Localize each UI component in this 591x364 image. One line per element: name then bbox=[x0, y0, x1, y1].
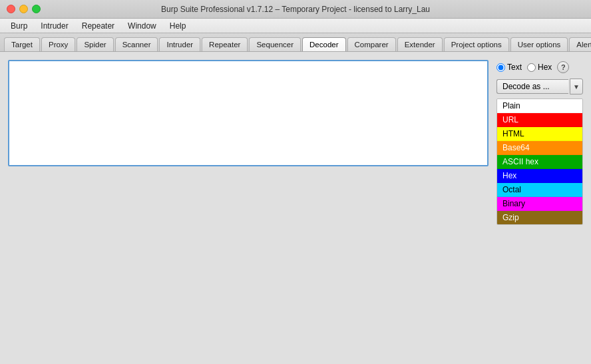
tab-target[interactable]: Target bbox=[4, 37, 40, 51]
maximize-button[interactable] bbox=[32, 5, 41, 13]
decode-option-ascii-hex[interactable]: ASCII hex bbox=[497, 155, 582, 169]
hex-radio-text: Hex bbox=[538, 63, 552, 72]
minimize-button[interactable] bbox=[19, 5, 28, 13]
tab-bar: Target Proxy Spider Scanner Intruder Rep… bbox=[0, 33, 591, 52]
tab-user-options[interactable]: User options bbox=[510, 37, 568, 51]
decode-dropdown: Decode as ... ▼ bbox=[496, 79, 583, 94]
menu-repeater[interactable]: Repeater bbox=[77, 20, 120, 32]
decode-option-gzip[interactable]: Gzip bbox=[497, 211, 582, 224]
decode-option-hex[interactable]: Hex bbox=[497, 169, 582, 183]
tab-alerts[interactable]: Alerts bbox=[569, 37, 591, 51]
decode-option-plain[interactable]: Plain bbox=[497, 99, 582, 113]
tab-repeater[interactable]: Repeater bbox=[202, 37, 248, 51]
close-button[interactable] bbox=[7, 5, 15, 13]
decode-option-html[interactable]: HTML bbox=[497, 127, 582, 141]
decoder-textarea[interactable] bbox=[9, 61, 487, 165]
tab-extender[interactable]: Extender bbox=[397, 37, 443, 51]
menu-window[interactable]: Window bbox=[122, 20, 162, 32]
text-radio-text: Text bbox=[507, 63, 522, 72]
format-radio-group: Text Hex ? bbox=[496, 60, 583, 75]
tab-comparer[interactable]: Comparer bbox=[347, 37, 396, 51]
menu-help[interactable]: Help bbox=[164, 20, 192, 32]
tab-sequencer[interactable]: Sequencer bbox=[249, 37, 301, 51]
tab-intruder[interactable]: Intruder bbox=[159, 37, 200, 51]
decoder-input-panel bbox=[8, 60, 489, 166]
window-title: Burp Suite Professional v1.7.12 – Tempor… bbox=[161, 5, 430, 14]
menu-bar: Burp Intruder Repeater Window Help bbox=[0, 19, 591, 33]
decode-option-octal[interactable]: Octal bbox=[497, 183, 582, 197]
text-radio-label[interactable]: Text bbox=[496, 63, 522, 72]
main-content: Text Hex ? Decode as ... ▼ Plain URL HTM… bbox=[0, 52, 591, 364]
window-controls[interactable] bbox=[7, 5, 41, 13]
decode-options-list: Plain URL HTML Base64 ASCII hex Hex Octa… bbox=[496, 98, 583, 225]
title-bar: Burp Suite Professional v1.7.12 – Tempor… bbox=[0, 0, 591, 19]
decode-option-binary[interactable]: Binary bbox=[497, 197, 582, 211]
decoder-controls: Text Hex ? Decode as ... ▼ Plain URL HTM… bbox=[496, 60, 583, 356]
decode-option-url[interactable]: URL bbox=[497, 113, 582, 127]
help-button[interactable]: ? bbox=[557, 61, 569, 73]
tab-project-options[interactable]: Project options bbox=[444, 37, 509, 51]
tab-proxy[interactable]: Proxy bbox=[41, 37, 75, 51]
text-radio[interactable] bbox=[496, 63, 505, 72]
decode-arrow-icon[interactable]: ▼ bbox=[570, 79, 583, 94]
decode-button[interactable]: Decode as ... bbox=[496, 79, 568, 94]
tab-decoder[interactable]: Decoder bbox=[302, 37, 345, 51]
menu-intruder[interactable]: Intruder bbox=[35, 20, 73, 32]
hex-radio[interactable] bbox=[527, 63, 536, 72]
tab-scanner[interactable]: Scanner bbox=[115, 37, 158, 51]
decode-option-base64[interactable]: Base64 bbox=[497, 141, 582, 155]
tab-spider[interactable]: Spider bbox=[77, 37, 113, 51]
menu-burp[interactable]: Burp bbox=[5, 20, 33, 32]
hex-radio-label[interactable]: Hex bbox=[527, 63, 552, 72]
